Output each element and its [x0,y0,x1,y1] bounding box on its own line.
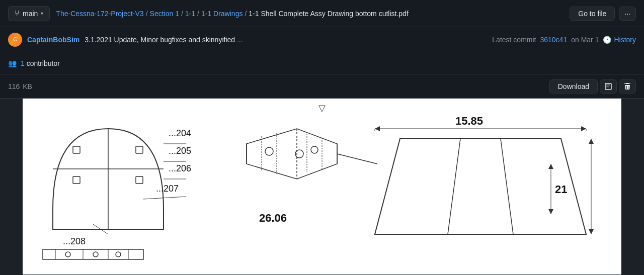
breadcrumb: The-Cessna-172-Project-V3 / Section 1 / … [56,10,564,18]
breadcrumb-repo[interactable]: The-Cessna-172-Project-V3 [56,10,143,18]
branch-icon: ⑂ [15,9,20,18]
svg-marker-49 [589,139,594,144]
svg-marker-45 [548,164,553,169]
file-toolbar: 116 KB Download [0,74,644,99]
svg-rect-5 [73,146,80,153]
technical-drawing: ...204 ...205 ...206 ...207 ...208 [23,109,621,269]
svg-point-34 [311,146,318,153]
svg-rect-1 [606,84,610,85]
delete-button[interactable] [619,79,636,94]
svg-point-25 [65,252,70,257]
contributors-icon: 👥 [8,59,17,67]
breadcrumb-sep-4: / [245,10,247,18]
breadcrumb-current-file: 1-1 Shell Complete Assy Drawing bottom c… [249,10,408,18]
svg-marker-37 [375,126,380,131]
svg-rect-8 [136,176,143,184]
contributor-count-text: 1 contributor [21,59,60,67]
svg-line-35 [337,154,377,164]
top-actions: Go to file ··· [570,7,636,21]
svg-text:...206: ...206 [169,163,191,173]
avatar-image: C [8,33,22,47]
download-button[interactable]: Download [549,79,598,94]
toolbar-actions: Download [549,79,636,94]
bar-assembly [43,249,143,259]
branch-selector[interactable]: ⑂ main ▾ [8,6,50,21]
latest-commit-label: Latest commit [492,36,536,44]
breadcrumb-sep-2: / [181,10,183,18]
pdf-page: ▽ [23,99,621,274]
history-button[interactable]: 🕐 History [603,36,636,44]
commit-author[interactable]: CaptainBobSim [27,36,79,44]
branch-name: main [23,10,38,18]
svg-text:...205: ...205 [169,146,191,156]
file-size: 116 KB [8,82,545,90]
commit-message: 3.1.2021 Update, Minor bugfixes and skin… [85,36,487,44]
more-options-button[interactable]: ··· [619,7,636,21]
box-assembly [247,129,377,179]
breadcrumb-section[interactable]: Section 1 [150,10,179,18]
display-icon [604,82,612,90]
svg-text:26.06: 26.06 [259,212,287,224]
svg-marker-46 [548,209,553,214]
contributor-count[interactable]: 1 [21,59,25,67]
commit-date: on Mar 1 [571,36,599,44]
trash-icon [623,82,631,90]
svg-line-13 [143,197,186,199]
svg-text:15.85: 15.85 [455,115,483,127]
commit-meta: Latest commit 3610c41 on Mar 1 🕐 History [492,36,636,44]
commit-hash[interactable]: 3610c41 [540,36,567,44]
chevron-down-icon: ▾ [41,11,43,16]
history-icon: 🕐 [603,36,611,44]
svg-marker-38 [581,126,586,131]
commit-bar: C CaptainBobSim 3.1.2021 Update, Minor b… [0,27,644,52]
cockpit-frame [53,129,186,234]
svg-rect-7 [136,146,143,153]
pdf-viewer: ▽ [0,99,644,275]
go-to-file-button[interactable]: Go to file [570,7,615,21]
svg-marker-50 [589,229,594,234]
svg-text:21: 21 [555,183,567,196]
svg-text:...207: ...207 [156,184,179,194]
commit-message-ellipsis[interactable]: ... [237,36,243,44]
svg-rect-6 [73,176,80,184]
svg-line-42 [448,139,460,234]
breadcrumb-level1[interactable]: 1-1 [185,10,195,18]
svg-text:...204: ...204 [169,128,191,138]
breadcrumb-sep-1: / [146,10,148,18]
svg-point-32 [265,147,273,155]
raw-view-button[interactable] [600,79,617,94]
breadcrumb-sep-3: / [197,10,199,18]
avatar: C [8,33,22,47]
svg-rect-2 [606,86,609,87]
contributor-label: contributor [27,59,60,67]
contributors-bar: 👥 1 contributor [0,52,644,74]
svg-point-27 [116,252,121,257]
svg-point-26 [93,252,98,257]
svg-text:...208: ...208 [63,236,86,246]
top-bar: ⑂ main ▾ The-Cessna-172-Project-V3 / Sec… [0,0,644,27]
svg-line-43 [501,139,513,234]
breadcrumb-drawings-folder[interactable]: 1-1 Drawings [201,10,243,18]
